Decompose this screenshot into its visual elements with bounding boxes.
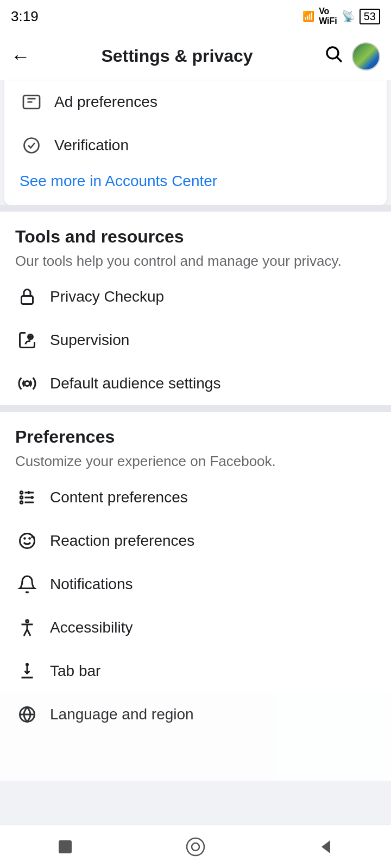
list-item[interactable]: Content preferences bbox=[0, 476, 391, 519]
default-audience-label: Default audience settings bbox=[50, 375, 220, 392]
signal-icon: 📶 bbox=[302, 10, 314, 22]
svg-point-21 bbox=[26, 620, 29, 623]
svg-point-10 bbox=[20, 492, 23, 494]
list-item[interactable]: Language and region bbox=[0, 693, 391, 781]
svg-point-26 bbox=[192, 843, 199, 851]
svg-point-9 bbox=[25, 381, 30, 386]
verification-icon bbox=[20, 133, 43, 157]
accessibility-icon bbox=[15, 616, 39, 640]
app-header: ← Settings & privacy bbox=[0, 33, 391, 80]
supervision-icon bbox=[15, 328, 39, 352]
default-audience-icon bbox=[15, 372, 39, 395]
list-item[interactable]: Reaction preferences bbox=[0, 519, 391, 563]
wifi-icon: 📡 bbox=[342, 10, 355, 23]
svg-point-12 bbox=[20, 496, 23, 499]
list-item[interactable]: Verification bbox=[4, 124, 387, 167]
svg-marker-27 bbox=[321, 840, 330, 853]
svg-rect-24 bbox=[59, 840, 72, 853]
ad-preferences-label: Ad preferences bbox=[54, 93, 157, 111]
svg-point-0 bbox=[327, 47, 338, 59]
verification-label: Verification bbox=[54, 137, 129, 154]
vo-wifi-icon: VoWiFi bbox=[319, 7, 337, 26]
nav-back-button[interactable] bbox=[310, 831, 342, 863]
list-item[interactable]: Tab bar bbox=[0, 649, 391, 693]
preferences-title: Preferences bbox=[15, 427, 376, 447]
avatar[interactable] bbox=[352, 42, 380, 71]
content-preferences-icon bbox=[15, 486, 39, 509]
notifications-icon bbox=[15, 572, 39, 596]
tools-title: Tools and resources bbox=[15, 227, 376, 247]
accounts-center-link[interactable]: See more in Accounts Center bbox=[20, 173, 217, 189]
status-bar: 3:19 📶 VoWiFi 📡 53 bbox=[0, 0, 391, 33]
svg-line-1 bbox=[337, 58, 342, 62]
tools-subtitle: Our tools help you control and manage yo… bbox=[15, 251, 376, 271]
divider bbox=[0, 405, 391, 412]
tools-section: Tools and resources Our tools help you c… bbox=[0, 212, 391, 405]
lock-icon bbox=[15, 285, 39, 309]
svg-point-5 bbox=[24, 138, 39, 153]
main-content: Ad preferences Verification See more in … bbox=[0, 80, 391, 781]
back-button[interactable]: ← bbox=[11, 45, 30, 68]
reaction-preferences-label: Reaction preferences bbox=[50, 532, 194, 550]
svg-point-22 bbox=[26, 663, 29, 666]
svg-point-18 bbox=[20, 533, 35, 548]
svg-point-14 bbox=[20, 501, 23, 504]
list-item[interactable]: Privacy Checkup bbox=[0, 275, 391, 318]
status-icons: 📶 VoWiFi 📡 53 bbox=[302, 7, 380, 26]
header-actions bbox=[324, 42, 380, 71]
list-item[interactable]: Notifications bbox=[0, 563, 391, 606]
ad-preferences-icon bbox=[20, 90, 43, 114]
list-item[interactable]: Accessibility bbox=[0, 606, 391, 649]
reaction-preferences-icon bbox=[15, 529, 39, 553]
svg-point-8 bbox=[30, 336, 31, 338]
tools-section-header: Tools and resources Our tools help you c… bbox=[0, 212, 391, 275]
top-card: Ad preferences Verification See more in … bbox=[4, 80, 387, 205]
battery-icon: 53 bbox=[360, 9, 380, 24]
language-region-icon bbox=[15, 703, 39, 726]
search-icon[interactable] bbox=[324, 44, 343, 68]
page-title: Settings & privacy bbox=[101, 46, 253, 66]
see-more-link[interactable]: See more in Accounts Center bbox=[4, 167, 387, 200]
divider bbox=[0, 205, 391, 212]
privacy-checkup-label: Privacy Checkup bbox=[50, 288, 164, 305]
supervision-label: Supervision bbox=[50, 331, 129, 349]
language-region-label: Language and region bbox=[50, 706, 194, 723]
list-item[interactable]: Ad preferences bbox=[4, 80, 387, 124]
list-item[interactable]: Default audience settings bbox=[0, 362, 391, 405]
preferences-subtitle: Customize your experience on Facebook. bbox=[15, 451, 376, 471]
nav-home-button[interactable] bbox=[179, 831, 212, 863]
tab-bar-label: Tab bar bbox=[50, 662, 100, 680]
tab-bar-icon bbox=[15, 659, 39, 683]
svg-rect-6 bbox=[22, 296, 33, 304]
content-preferences-label: Content preferences bbox=[50, 489, 188, 506]
svg-point-25 bbox=[187, 838, 204, 856]
accessibility-label: Accessibility bbox=[50, 619, 133, 636]
list-item[interactable]: Supervision bbox=[0, 318, 391, 362]
bottom-nav bbox=[0, 825, 391, 868]
status-time: 3:19 bbox=[11, 8, 39, 25]
preferences-section-header: Preferences Customize your experience on… bbox=[0, 412, 391, 475]
notifications-label: Notifications bbox=[50, 576, 133, 593]
nav-square-button[interactable] bbox=[49, 831, 81, 863]
preferences-section: Preferences Customize your experience on… bbox=[0, 412, 391, 780]
